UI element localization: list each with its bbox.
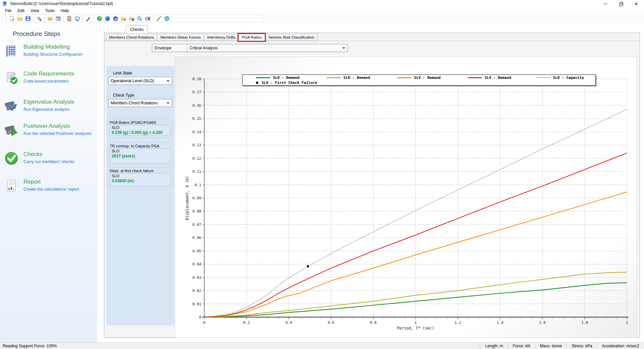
sidebar-item-report[interactable]: Report Create the calculations' report bbox=[4, 179, 95, 192]
sidebar-item-pushover-analysis[interactable]: Pushover Analysis Run the selected Pusho… bbox=[4, 123, 95, 137]
materials-icon[interactable] bbox=[46, 15, 54, 22]
import-files-icon[interactable]: + bbox=[119, 15, 127, 22]
legend-label: SLO - Capacity bbox=[553, 76, 584, 80]
chevron-down-icon bbox=[167, 80, 169, 82]
sections-icon[interactable] bbox=[54, 15, 62, 22]
subtab-interstorey-drifts[interactable]: Interstorey Drifts bbox=[204, 34, 238, 41]
svg-text:0.16: 0.16 bbox=[193, 103, 202, 108]
chart-legend: SLO - DemandSLD - DemandSLV - DemandSLV … bbox=[242, 74, 596, 86]
sidebar-item-title: Report bbox=[23, 179, 95, 185]
limit-state-combobox[interactable]: Operational Level (SLO) bbox=[108, 77, 172, 85]
status-unit: Acceleration: m/sec2 bbox=[597, 344, 644, 348]
draw-tool-icon[interactable] bbox=[155, 15, 163, 22]
svg-text:0.6: 0.6 bbox=[328, 320, 334, 325]
open-file-icon[interactable] bbox=[16, 15, 24, 22]
legend-entry: SLO - Demand bbox=[243, 76, 313, 80]
group-title: TR corresp. to Capacity PGA bbox=[110, 144, 171, 148]
svg-text:0.09: 0.09 bbox=[193, 196, 202, 200]
save-file-icon[interactable] bbox=[24, 15, 32, 22]
app-logo-icon bbox=[2, 1, 7, 6]
new-file-icon[interactable] bbox=[8, 15, 16, 22]
menu-view[interactable]: View bbox=[28, 8, 42, 14]
checks-panel: Members Chord RotationsMembers Shear For… bbox=[104, 33, 640, 338]
building-modelling-icon bbox=[4, 44, 19, 58]
settings-icon[interactable] bbox=[35, 15, 43, 22]
svg-text:0.17: 0.17 bbox=[193, 90, 202, 94]
menu-edit[interactable]: Edit bbox=[14, 8, 28, 14]
subtab-members-shear-forces[interactable]: Members Shear Forces bbox=[157, 34, 204, 41]
website-icon[interactable] bbox=[163, 15, 171, 22]
sidebar-item-title: Building Modelling bbox=[23, 44, 95, 50]
help-icon[interactable]: ? bbox=[95, 15, 103, 22]
sidebar-item-subtitle: Run the selected Pushover analyses bbox=[23, 131, 95, 137]
tab-checks[interactable]: Checks bbox=[126, 25, 148, 33]
export-files-icon[interactable] bbox=[127, 15, 136, 22]
sidebar-item-eigenvalue-analysis[interactable]: Eigenvalue Analysis Run Eigenvalue analy… bbox=[4, 99, 95, 112]
menu-help[interactable]: Help bbox=[58, 8, 72, 14]
menu-file[interactable]: File bbox=[2, 8, 14, 14]
search-tool-icon[interactable] bbox=[136, 15, 144, 22]
sidebar-item-checks[interactable]: Checks Carry out members' checks bbox=[4, 151, 95, 165]
sidebar-header: Procedure Steps bbox=[13, 30, 60, 38]
svg-text:0.1: 0.1 bbox=[195, 183, 201, 187]
toolbar-separator bbox=[83, 15, 83, 21]
sidebar-item-subtitle: Run Eigenvalue analysis bbox=[23, 107, 95, 112]
send-feedback-icon[interactable] bbox=[111, 15, 119, 22]
titlebar: SeismoBuild [C:\Users\user\Desktop\tutor… bbox=[0, 0, 644, 7]
sidebar-item-code-requirements[interactable]: Code Requirements Code-based parameters bbox=[4, 70, 95, 84]
svg-text:0.12: 0.12 bbox=[193, 156, 202, 161]
support-forum-icon[interactable] bbox=[103, 15, 111, 22]
svg-text:0.07: 0.07 bbox=[193, 222, 202, 227]
building-modeller-icon[interactable] bbox=[65, 15, 73, 22]
status-unit: Stress: kPa bbox=[567, 344, 597, 348]
restore-button[interactable] bbox=[613, 0, 629, 7]
minimize-icon bbox=[604, 4, 607, 4]
toolbar-separator bbox=[153, 15, 153, 21]
chart-plot-area: 00.20.40.60.811.21.41.61.8200.010.020.03… bbox=[175, 57, 637, 338]
menu-tools[interactable]: Tools bbox=[42, 8, 58, 14]
envelope-combobox[interactable]: Envelope Critical Analysis bbox=[152, 44, 348, 52]
group-title: Displ. at first check failure bbox=[110, 169, 171, 173]
tab-checks-label: Checks bbox=[130, 27, 144, 32]
clean-model-icon[interactable] bbox=[84, 15, 92, 22]
svg-text:0.15: 0.15 bbox=[193, 116, 202, 121]
close-icon: ✕ bbox=[635, 1, 638, 6]
status-message: Reading Support Force: 100% bbox=[0, 344, 57, 348]
seismobuild-window: SeismoBuild [C:\Users\user\Desktop\tutor… bbox=[0, 0, 644, 349]
statusbar: Reading Support Force: 100% Length: mFor… bbox=[0, 342, 644, 349]
svg-text:0.8: 0.8 bbox=[370, 320, 377, 325]
minimize-button[interactable] bbox=[598, 0, 613, 7]
legend-line-swatch bbox=[397, 77, 411, 78]
restore-icon bbox=[619, 2, 623, 6]
svg-text:0.2: 0.2 bbox=[243, 320, 250, 325]
tutorial-videos-icon[interactable] bbox=[144, 15, 152, 22]
legend-entry: SLO - Capacity bbox=[525, 76, 595, 80]
sidebar-item-subtitle: Code-based parameters bbox=[23, 79, 95, 84]
window-title: SeismoBuild [C:\Users\user\Desktop\tutor… bbox=[10, 1, 113, 6]
sidebar-item-title: Eigenvalue Analysis bbox=[23, 99, 95, 105]
close-button[interactable]: ✕ bbox=[629, 0, 644, 7]
pushover-analysis-icon bbox=[4, 123, 19, 138]
legend-entry: SLV - Demand bbox=[384, 76, 454, 80]
svg-text:0.18: 0.18 bbox=[193, 77, 202, 81]
status-unit: Mass: tonne bbox=[535, 344, 567, 348]
legend-label: SLV - Demand bbox=[485, 76, 511, 80]
tr-capacity-value: 2017 (years) bbox=[112, 154, 169, 158]
displacement-failure-value: 0.03840 (m) bbox=[112, 179, 169, 183]
sidebar-item-building-modelling[interactable]: Building Modelling Building Structural C… bbox=[4, 44, 95, 57]
check-type-combobox[interactable]: Members Chord Rotations bbox=[108, 99, 172, 107]
main-content: Checks Members Chord RotationsMembers Sh… bbox=[97, 23, 644, 343]
svg-text:?: ? bbox=[98, 16, 100, 20]
tr-capacity-group: TR corresp. to Capacity PGA SLO 2017 (ye… bbox=[108, 143, 173, 165]
display-options-icon[interactable] bbox=[73, 15, 81, 22]
sidebar-item-subtitle: Building Structural Configuarion bbox=[23, 52, 95, 57]
subtab-members-chord-rotations[interactable]: Members Chord Rotations bbox=[106, 34, 157, 41]
group-title: PGA Ratios (PGAC/PGAD) bbox=[110, 120, 171, 124]
sidebar-item-title: Code Requirements bbox=[23, 70, 95, 77]
svg-text:0.04: 0.04 bbox=[193, 262, 202, 266]
subtab-pga-ratios[interactable]: PGA Ratios bbox=[238, 34, 265, 41]
toolbar-grip[interactable] bbox=[5, 16, 7, 21]
sidebar-item-title: Checks bbox=[23, 151, 95, 158]
svg-text:1.4: 1.4 bbox=[497, 320, 503, 325]
subtab-seismic-risk-classification[interactable]: Seismic Risk Classification bbox=[265, 34, 318, 41]
